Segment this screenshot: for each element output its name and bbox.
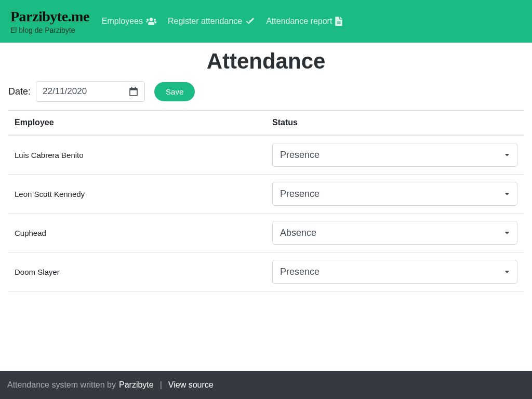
- table-row: Luis Cabrera BenitoPresenceAbsence: [8, 135, 524, 175]
- status-select[interactable]: PresenceAbsence: [272, 182, 517, 206]
- footer-separator: |: [160, 380, 162, 390]
- nav-attendance-report[interactable]: Attendance report: [266, 17, 342, 26]
- status-cell: PresenceAbsence: [266, 214, 524, 252]
- footer-view-source-link[interactable]: View source: [168, 380, 214, 390]
- status-select[interactable]: PresenceAbsence: [272, 221, 517, 245]
- attendance-table: Employee Status Luis Cabrera BenitoPrese…: [8, 110, 524, 291]
- brand[interactable]: Parzibyte.me El blog de Parzibyte: [10, 8, 89, 34]
- users-icon: [146, 17, 156, 25]
- date-input[interactable]: 22/11/2020: [36, 81, 145, 102]
- save-button[interactable]: Save: [154, 82, 195, 101]
- date-form-row: Date: 22/11/2020 Save: [8, 81, 524, 102]
- nav-employees[interactable]: Employees: [102, 17, 156, 26]
- employee-name-cell: Leon Scott Kennedy: [8, 175, 266, 214]
- header-status: Status: [266, 111, 524, 136]
- status-select-wrap: PresenceAbsence: [272, 143, 517, 167]
- calendar-icon: [129, 87, 138, 96]
- table-row: Doom SlayerPresenceAbsence: [8, 252, 524, 291]
- footer: Attendance system written by Parzibyte |…: [0, 371, 532, 399]
- table-row: CupheadPresenceAbsence: [8, 214, 524, 252]
- nav-register-attendance[interactable]: Register attendance: [168, 17, 255, 26]
- nav-employees-label: Employees: [102, 17, 143, 26]
- nav-links: Employees Register attendance Attendance…: [102, 17, 343, 26]
- check-double-icon: [245, 17, 255, 25]
- status-cell: PresenceAbsence: [266, 175, 524, 214]
- employee-name-cell: Doom Slayer: [8, 252, 266, 291]
- status-select[interactable]: PresenceAbsence: [272, 143, 517, 167]
- header-employee: Employee: [8, 111, 266, 136]
- page-title: Attendance: [8, 49, 524, 74]
- file-icon: [335, 17, 342, 26]
- status-select-wrap: PresenceAbsence: [272, 221, 517, 245]
- status-select[interactable]: PresenceAbsence: [272, 260, 517, 284]
- navbar: Parzibyte.me El blog de Parzibyte Employ…: [0, 0, 532, 43]
- footer-prefix: Attendance system written by: [7, 380, 116, 390]
- status-select-wrap: PresenceAbsence: [272, 260, 517, 284]
- date-value: 22/11/2020: [43, 86, 87, 97]
- status-cell: PresenceAbsence: [266, 135, 524, 175]
- employee-name-cell: Cuphead: [8, 214, 266, 252]
- nav-report-label: Attendance report: [266, 17, 332, 26]
- employee-name-cell: Luis Cabrera Benito: [8, 135, 266, 175]
- status-select-wrap: PresenceAbsence: [272, 182, 517, 206]
- date-label: Date:: [8, 86, 31, 97]
- brand-subtitle: El blog de Parzibyte: [10, 26, 89, 34]
- table-row: Leon Scott KennedyPresenceAbsence: [8, 175, 524, 214]
- nav-register-label: Register attendance: [168, 17, 242, 26]
- footer-author-link[interactable]: Parzibyte: [119, 380, 154, 390]
- main-content: Attendance Date: 22/11/2020 Save Employe…: [0, 43, 532, 371]
- status-cell: PresenceAbsence: [266, 252, 524, 291]
- brand-title: Parzibyte.me: [10, 8, 89, 25]
